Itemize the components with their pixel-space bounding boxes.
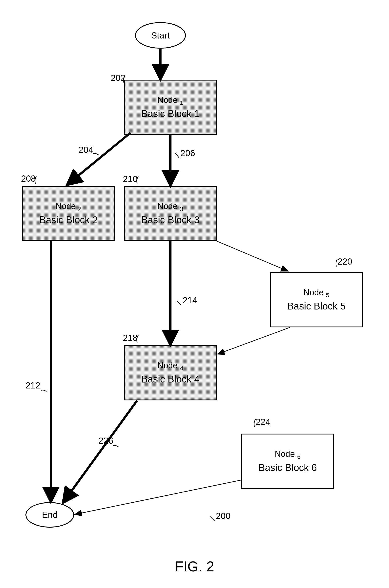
node-5-subtitle: Basic Block 5 <box>287 301 346 312</box>
ref-210: 210 <box>123 174 138 184</box>
ref-204: 204 <box>79 145 93 155</box>
ref-214: 214 <box>183 295 197 305</box>
node-3-title: Node 3 <box>158 202 183 213</box>
svg-line-7 <box>217 241 288 271</box>
node-6-subtitle: Basic Block 6 <box>259 462 317 473</box>
node-2-title: Node 2 <box>56 202 82 213</box>
node-3-subtitle: Basic Block 3 <box>141 214 200 225</box>
ref-202: 202 <box>111 73 126 83</box>
ref-200: 200 <box>216 511 230 521</box>
start-node: Start <box>135 22 186 49</box>
node-3: Node 3 Basic Block 3 <box>124 186 217 241</box>
figure-label: FIG. 2 <box>175 558 214 575</box>
ref-224: 224 <box>256 417 270 427</box>
node-1-subtitle: Basic Block 1 <box>141 108 200 119</box>
ref-206: 206 <box>180 148 195 158</box>
ref-212: 212 <box>26 380 40 390</box>
node-2: Node 2 Basic Block 2 <box>22 186 115 241</box>
ref-218: 218 <box>123 333 138 343</box>
svg-line-8 <box>218 327 290 354</box>
svg-line-9 <box>64 401 137 501</box>
node-2-subtitle: Basic Block 2 <box>39 214 98 225</box>
ref-220: 220 <box>337 257 352 267</box>
end-label: End <box>42 510 58 520</box>
ref-208: 208 <box>21 174 36 184</box>
ref-226: 226 <box>98 436 113 446</box>
node-5-title: Node 5 <box>304 288 329 299</box>
node-4-subtitle: Basic Block 4 <box>141 374 200 385</box>
svg-line-3 <box>68 133 130 184</box>
node-6-title: Node 6 <box>275 449 301 460</box>
node-1-title: Node 1 <box>158 95 183 106</box>
node-5: Node 5 Basic Block 5 <box>270 272 363 327</box>
start-label: Start <box>151 31 170 40</box>
node-1: Node 1 Basic Block 1 <box>124 80 217 135</box>
node-4-title: Node 4 <box>158 361 183 372</box>
end-node: End <box>26 502 74 527</box>
node-6: Node 6 Basic Block 6 <box>241 433 334 489</box>
svg-line-10 <box>75 480 241 514</box>
node-4: Node 4 Basic Block 4 <box>124 345 217 401</box>
